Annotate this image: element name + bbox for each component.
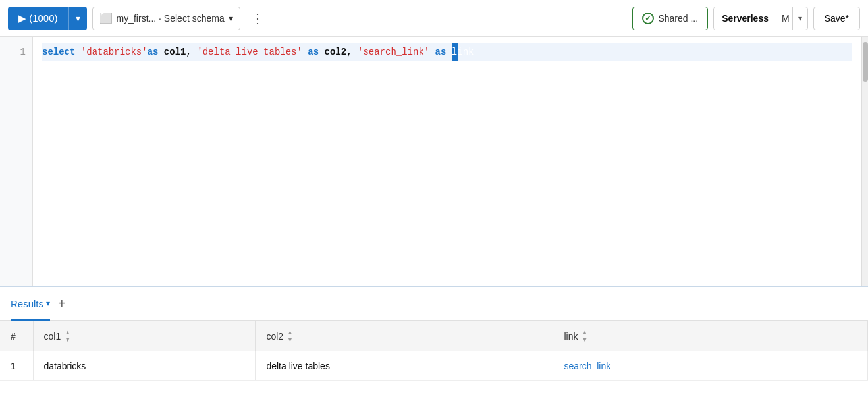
code-space-2 [302,43,308,61]
cell-empty [792,351,867,381]
col-header-link[interactable]: link ▲▼ [553,321,792,351]
results-panel: Results ▾ + # col1 ▲▼ [0,287,868,381]
string-delta: 'delta live tables' [197,43,302,61]
line-number-1: 1 [0,43,32,61]
cursor-block: link [452,43,458,61]
string-search-link: 'search_link' [358,43,429,61]
serverless-dropdown-button[interactable]: ▾ [792,7,807,30]
shared-button[interactable]: ✓ Shared ... [632,7,708,30]
col2-name: col2 [319,43,346,61]
code-space-1 [75,43,80,61]
scrollbar-thumb[interactable] [863,42,868,82]
run-button-group: ▶ (1000) ▾ [8,7,87,30]
editor-area: 1 select 'databricks' as col1 , 'delta l… [0,37,868,287]
keyword-as-3: as [435,43,447,61]
run-button[interactable]: ▶ (1000) [8,7,68,30]
code-space-4 [446,43,451,61]
shared-check-icon: ✓ [642,13,654,24]
save-button[interactable]: Save* [813,7,860,30]
table-header-row: # col1 ▲▼ col2 ▲▼ [0,321,868,351]
string-databricks: 'databricks' [81,43,148,61]
code-comma-2: , [346,43,358,61]
serverless-m: M [776,7,792,30]
sort-arrows-col1: ▲▼ [65,329,70,343]
line-numbers: 1 [0,37,33,286]
code-comma-1: , [186,43,197,61]
results-table: # col1 ▲▼ col2 ▲▼ [0,321,868,381]
code-space-3 [429,43,435,61]
cell-row-num: 1 [0,351,33,381]
toolbar: ▶ (1000) ▾ ⬜ my_first... · Select schema… [0,0,868,37]
keyword-as-1: as [148,43,159,61]
col-header-col2[interactable]: col2 ▲▼ [256,321,553,351]
cell-col1: databricks [33,351,256,381]
scrollbar-track[interactable] [861,37,868,286]
results-tab-label: Results [11,298,43,309]
col-header-empty [792,321,867,351]
notebook-icon: ⬜ [99,12,113,24]
cell-col2: delta live tables [256,351,553,381]
notebook-name: my_first... · Select schema [117,13,225,24]
results-tab[interactable]: Results ▾ [11,288,50,321]
serverless-group: Serverless M ▾ [713,7,808,30]
chevron-down-icon: ▾ [229,13,233,24]
col-header-num: # [0,321,33,351]
col-header-col1[interactable]: col1 ▲▼ [33,321,256,351]
serverless-label: Serverless [714,7,776,30]
col1-name: col1 [158,43,186,61]
add-tab-button[interactable]: + [55,296,68,311]
cell-link[interactable]: search_link [553,351,792,381]
table-row: 1 databricks delta live tables search_li… [0,351,868,381]
keyword-as-2: as [308,43,319,61]
sort-arrows-link: ▲▼ [582,329,587,343]
more-options-button[interactable]: ⋮ [246,8,269,29]
results-tab-chevron: ▾ [46,299,50,308]
run-dropdown-button[interactable]: ▾ [68,7,87,30]
code-line-1: select 'databricks' as col1 , 'delta liv… [42,43,852,61]
notebook-selector[interactable]: ⬜ my_first... · Select schema ▾ [92,7,240,30]
sort-arrows-col2: ▲▼ [287,329,293,343]
code-editor[interactable]: select 'databricks' as col1 , 'delta liv… [33,37,861,286]
results-tabs: Results ▾ + [0,287,868,321]
keyword-select: select [42,43,75,61]
shared-label: Shared ... [658,13,698,24]
